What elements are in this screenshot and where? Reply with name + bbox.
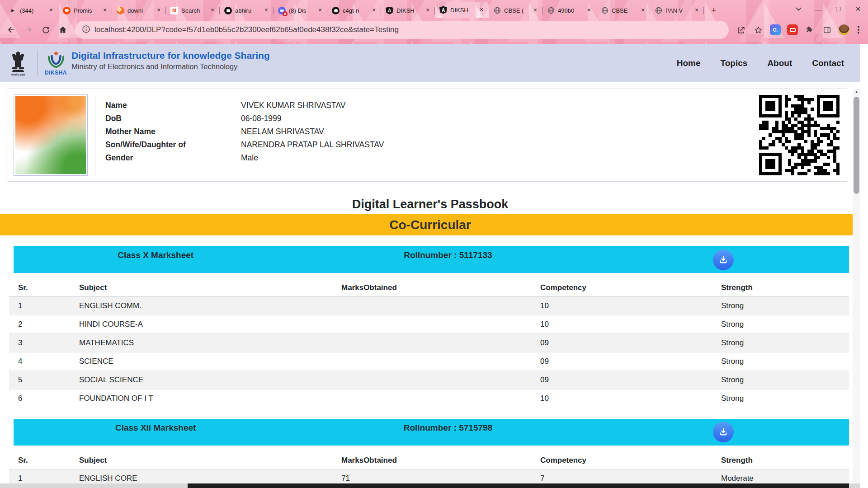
- tab-close-icon[interactable]: ×: [424, 7, 431, 14]
- browser-tab[interactable]: c4gt-n×: [327, 3, 381, 18]
- table-row: 6FOUNDATION OF I T10Strong: [9, 389, 849, 408]
- share-icon[interactable]: [733, 22, 749, 38]
- tab-close-icon[interactable]: ×: [370, 7, 377, 14]
- table-cell: Strong: [712, 371, 849, 389]
- browser-tab[interactable]: ADIKSH×: [435, 2, 489, 18]
- tab-label: downl: [127, 7, 152, 14]
- table-cell: Strong: [712, 297, 849, 315]
- tab-close-icon[interactable]: ×: [693, 7, 700, 14]
- browser-tab[interactable]: CBSE×: [596, 3, 650, 18]
- table-row: 4SCIENCE09Strong: [9, 352, 849, 371]
- column-header: MarksObtained: [332, 279, 531, 297]
- browser-tab[interactable]: ▶(344)×: [5, 3, 58, 18]
- back-button[interactable]: [4, 22, 19, 38]
- extension-red-icon[interactable]: [785, 22, 800, 38]
- browser-tab[interactable]: 8(8) Dis×: [274, 3, 327, 18]
- tab-close-icon[interactable]: ×: [263, 7, 270, 14]
- browser-menu-kebab-icon[interactable]: [854, 22, 863, 38]
- browser-chrome: ▶(344)×Promis×downl×MSearch×abhiru×8(8) …: [0, 0, 868, 44]
- forward-button[interactable]: [21, 22, 36, 38]
- diksha-logo-icon: [47, 51, 66, 69]
- tab-close-icon[interactable]: ×: [639, 7, 646, 14]
- table-cell: 10: [531, 315, 712, 334]
- download-button[interactable]: [713, 422, 734, 442]
- browser-tab[interactable]: Promis×: [58, 3, 112, 18]
- profile-field-row: Son/Wife/Daughter ofNARENDRA PRATAP LAL …: [105, 140, 752, 150]
- table-cell: [332, 389, 531, 408]
- reload-button[interactable]: [38, 22, 53, 38]
- profile-card: NameVIVEK KUMAR SHRIVASTAVDoB06-08-1999M…: [8, 89, 847, 182]
- extensions-puzzle-icon[interactable]: [802, 22, 817, 38]
- profile-field-row: DoB06-08-1999: [105, 114, 752, 123]
- nav-home[interactable]: Home: [677, 58, 701, 68]
- profile-field-row: NameVIVEK KUMAR SHRIVASTAV: [105, 101, 752, 110]
- tab-close-icon[interactable]: ×: [155, 7, 162, 14]
- tab-close-icon[interactable]: ×: [209, 7, 216, 14]
- tab-close-icon[interactable]: ×: [316, 7, 324, 14]
- flame-icon: [117, 7, 124, 14]
- browser-tab[interactable]: CBSE (×: [489, 3, 542, 18]
- tab-search-chevron-icon[interactable]: [788, 0, 808, 18]
- download-button[interactable]: [713, 249, 734, 270]
- tab-close-icon[interactable]: ×: [47, 7, 55, 14]
- horizontal-scrollbar[interactable]: [0, 483, 860, 488]
- profile-avatar[interactable]: [836, 22, 852, 38]
- browser-tab[interactable]: downl×: [112, 3, 166, 18]
- nav-contact[interactable]: Contact: [812, 58, 844, 68]
- browser-tab[interactable]: 490b0×: [542, 3, 596, 18]
- table-cell: 10: [531, 297, 712, 315]
- new-tab-button[interactable]: +: [708, 4, 720, 17]
- tab-close-icon[interactable]: ×: [478, 6, 485, 14]
- browser-tab[interactable]: abhiru×: [220, 3, 274, 18]
- qr-code: [759, 95, 840, 175]
- marksheet-title: Class Xii Marksheet: [14, 423, 297, 446]
- table-cell: Strong: [712, 352, 849, 371]
- tab-label: CBSE (: [504, 7, 528, 14]
- maximize-button[interactable]: [828, 0, 848, 18]
- rollnumber: Rollnumber : 5715798: [297, 423, 598, 446]
- profile-field-row: Mother NameNEELAM SHRIVASTAV: [105, 127, 752, 136]
- tab-label: DIKSH: [396, 7, 421, 14]
- diksha-logo[interactable]: DIKSHA: [45, 51, 67, 76]
- field-label: Name: [105, 101, 241, 110]
- table-cell: SOCIAL SCIENCE: [70, 371, 332, 389]
- tab-label: abhiru: [235, 7, 259, 14]
- browser-tab[interactable]: PAN V×: [650, 3, 704, 18]
- home-button[interactable]: [55, 22, 71, 38]
- side-panel-icon[interactable]: [819, 22, 835, 38]
- vertical-scroll-thumb[interactable]: [854, 97, 859, 194]
- browser-tab[interactable]: ADIKSH×: [381, 3, 435, 18]
- minimize-button[interactable]: —: [808, 0, 828, 18]
- column-header: Sr.: [9, 452, 70, 469]
- india-emblem: सत्यमेव जयते: [6, 51, 30, 76]
- field-value: Male: [241, 153, 258, 163]
- table-cell: 09: [531, 334, 712, 352]
- marksheet-table: Sr.SubjectMarksObtainedCompetencyStrengt…: [9, 279, 849, 408]
- github-icon: [332, 7, 340, 14]
- nav-topics[interactable]: Topics: [721, 58, 748, 68]
- scroll-up-icon[interactable]: ▲: [853, 89, 860, 95]
- tab-close-icon[interactable]: ×: [532, 7, 539, 14]
- vertical-scrollbar[interactable]: ▲ ▼: [853, 89, 860, 488]
- close-button[interactable]: ×: [848, 0, 868, 18]
- browser-tab[interactable]: MSearch×: [166, 3, 220, 18]
- table-cell: FOUNDATION OF I T: [70, 389, 332, 408]
- extension-oshi-icon[interactable]: O.: [768, 22, 783, 38]
- url-text[interactable]: localhost:4200/DLP?code=f57d1eb0b55c2b23…: [94, 25, 399, 34]
- horizontal-scroll-thumb[interactable]: [188, 483, 849, 488]
- globe-icon: [601, 7, 609, 14]
- site-info-icon[interactable]: [82, 25, 90, 35]
- angular-icon: A: [439, 6, 447, 14]
- browser-toolbar: localhost:4200/DLP?code=f57d1eb0b55c2b23…: [0, 18, 868, 44]
- nav-about[interactable]: About: [767, 58, 792, 68]
- address-bar[interactable]: localhost:4200/DLP?code=f57d1eb0b55c2b23…: [75, 21, 729, 39]
- discord-icon: 8: [278, 7, 286, 14]
- ashoka-emblem-icon: [9, 51, 27, 73]
- tab-close-icon[interactable]: ×: [101, 7, 108, 14]
- profile-photo: [14, 94, 88, 176]
- tab-close-icon[interactable]: ×: [585, 7, 593, 14]
- table-cell: 09: [531, 352, 712, 371]
- bookmark-star-icon[interactable]: [750, 22, 766, 38]
- table-cell: [332, 334, 531, 352]
- table-cell: HINDI COURSE-A: [70, 315, 332, 334]
